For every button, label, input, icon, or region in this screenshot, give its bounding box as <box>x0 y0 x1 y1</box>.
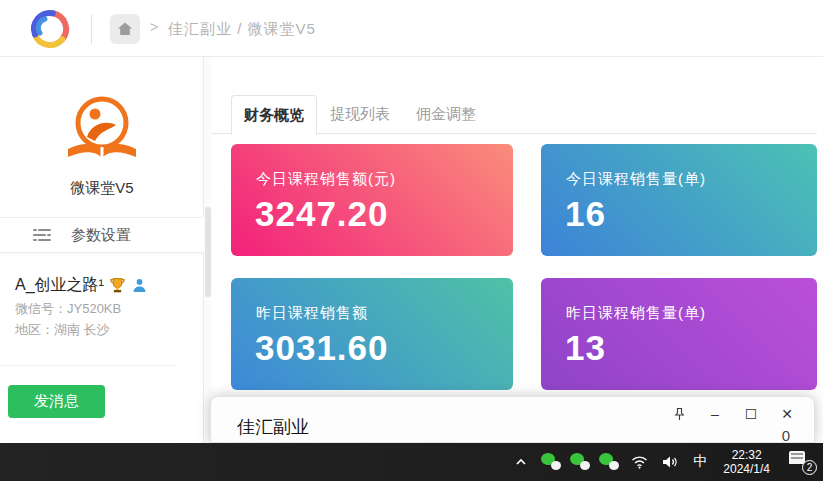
finance-tabbar: 财务概览 提现列表 佣金调整 <box>212 95 817 134</box>
stat-card-3: 昨日课程销售量(单) 13 <box>541 278 817 390</box>
stat-card-2: 昨日课程销售额 3031.60 <box>231 278 513 390</box>
sidebar-item-label: 参数设置 <box>71 226 131 245</box>
stat-card-label: 昨日课程销售额 <box>256 304 368 323</box>
screen: > 佳汇副业 / 微课堂V5 微课堂V5 参数设置 A_创业之路¹ <box>0 0 823 481</box>
page-scrollbar[interactable] <box>204 57 212 443</box>
settings-list-icon <box>33 228 51 242</box>
user-region: 地区：湖南 长沙 <box>15 321 110 339</box>
close-button[interactable]: ✕ <box>776 404 798 424</box>
top-header: > 佳汇副业 / 微课堂V5 <box>0 0 823 57</box>
minimize-button[interactable]: – <box>704 404 726 424</box>
course-app-logo <box>62 93 142 167</box>
header-divider <box>91 14 92 44</box>
stat-card-label: 昨日课程销售量(单) <box>566 304 706 323</box>
send-message-button[interactable]: 发消息 <box>8 385 105 418</box>
home-button[interactable] <box>110 14 140 44</box>
taskbar-clock[interactable]: 22:32 2024/1/4 <box>723 448 770 476</box>
network-button[interactable] <box>628 447 650 477</box>
tab-commission-adjust[interactable]: 佣金调整 <box>403 95 489 134</box>
maximize-button[interactable]: ☐ <box>740 404 762 424</box>
wechat-tray-icon-3[interactable] <box>599 453 619 471</box>
taskbar-time: 22:32 <box>723 448 770 462</box>
tray-expand-button[interactable] <box>510 447 532 477</box>
wifi-icon <box>631 455 648 469</box>
wechat-bubble-small <box>609 461 619 470</box>
stat-card-value: 3031.60 <box>255 328 389 368</box>
wechat-tray-icon-2[interactable] <box>570 453 590 471</box>
stat-card-value: 16 <box>565 194 606 234</box>
stat-card-1: 今日课程销售量(单) 16 <box>541 144 817 256</box>
system-tray: 中 22:32 2024/1/4 2 <box>510 443 817 481</box>
tab-finance-overview[interactable]: 财务概览 <box>231 95 317 135</box>
chevron-up-icon <box>515 457 527 467</box>
speaker-icon <box>662 455 678 469</box>
breadcrumb-chevron: > <box>150 19 158 35</box>
sidebar-item-settings[interactable]: 参数设置 <box>0 217 204 253</box>
swirl-logo-icon <box>24 6 76 52</box>
sidebar: 微课堂V5 参数设置 A_创业之路¹ 微信号：JY520KB <box>0 57 204 443</box>
user-wechat-id: 微信号：JY520KB <box>15 300 121 318</box>
trophy-icon <box>109 277 126 294</box>
stat-card-0: 今日课程销售额(元) 3247.20 <box>231 144 513 256</box>
windows-taskbar: 中 22:32 2024/1/4 2 <box>0 443 823 481</box>
stat-card-value: 13 <box>565 328 606 368</box>
tab-withdraw-list[interactable]: 提现列表 <box>317 95 403 134</box>
person-icon <box>131 277 148 294</box>
stat-card-value: 3247.20 <box>255 194 389 234</box>
sidebar-divider <box>0 365 176 366</box>
wechat-bubble-small <box>580 461 590 470</box>
scrollbar-thumb[interactable] <box>205 207 211 297</box>
pin-icon <box>673 407 686 421</box>
overlay-window: 佳汇副业 – ☐ ✕ 0 <box>210 396 815 443</box>
wechat-bubble-small <box>551 461 561 470</box>
pin-button[interactable] <box>668 404 690 424</box>
ime-indicator[interactable]: 中 <box>690 453 710 471</box>
app-name: 微课堂V5 <box>0 179 204 198</box>
overlay-window-title: 佳汇副业 <box>237 415 309 439</box>
user-name: A_创业之路¹ <box>15 275 148 296</box>
stat-card-label: 今日课程销售量(单) <box>566 170 706 189</box>
wechat-tray-icon-1[interactable] <box>541 453 561 471</box>
overlay-corner-value: 0 <box>782 427 790 444</box>
breadcrumb: 佳汇副业 / 微课堂V5 <box>168 20 316 39</box>
notification-badge: 2 <box>802 460 817 475</box>
window-controls: – ☐ ✕ <box>668 404 798 424</box>
home-icon <box>117 21 133 37</box>
notification-center-button[interactable]: 2 <box>787 447 817 477</box>
taskbar-date: 2024/1/4 <box>723 462 770 476</box>
stat-card-label: 今日课程销售额(元) <box>256 170 396 189</box>
volume-button[interactable] <box>659 447 681 477</box>
